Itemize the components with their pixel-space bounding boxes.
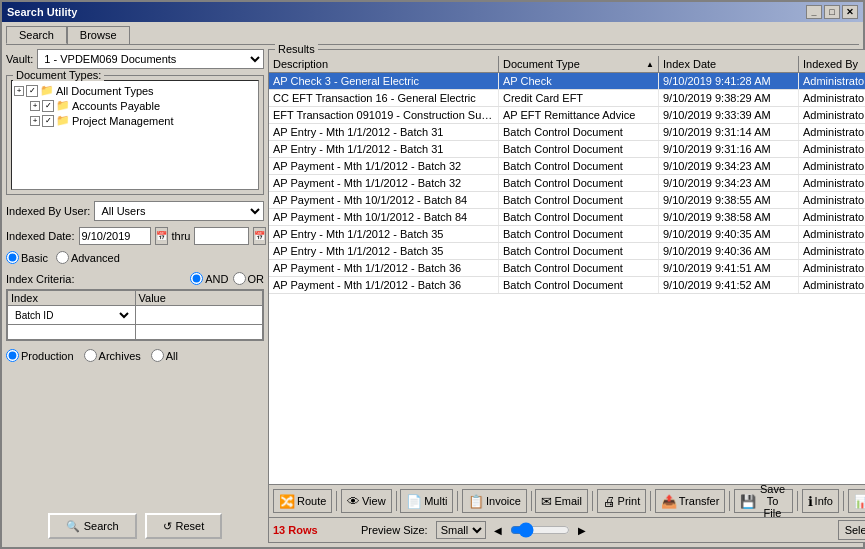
cell-date: 9/10/2019 9:38:29 AM: [659, 90, 799, 106]
invoice-button[interactable]: 📋Invoice: [462, 489, 527, 513]
col-header-date[interactable]: Index Date: [659, 56, 799, 72]
prod-radio-group: Production Archives All: [6, 349, 264, 362]
print-label: Print: [618, 495, 641, 507]
vault-select[interactable]: 1 - VPDEM069 Documents: [37, 49, 264, 69]
preview-size-label: Preview Size:: [361, 524, 428, 536]
indexed-by-row: Indexed By User: All Users: [6, 201, 264, 221]
preview-size-select[interactable]: Small: [436, 521, 486, 539]
view-button[interactable]: 👁View: [341, 489, 392, 513]
multi-icon: 📄: [406, 494, 422, 509]
tree-item-ap[interactable]: + 📁 Accounts Payable: [14, 98, 256, 113]
info-button[interactable]: ℹInfo: [802, 489, 839, 513]
indexed-date-input[interactable]: [79, 227, 151, 245]
criteria-index-cell[interactable]: Batch ID: [8, 306, 136, 325]
report-button[interactable]: 📊Report: [848, 489, 865, 513]
search-button[interactable]: 🔍 Search: [48, 513, 137, 539]
transfer-label: Transfer: [679, 495, 720, 507]
expand-pm-btn[interactable]: +: [30, 116, 40, 126]
col-header-by[interactable]: Indexed By: [799, 56, 865, 72]
criteria-value-input[interactable]: [139, 309, 260, 321]
table-row[interactable]: AP Entry - Mth 1/1/2012 - Batch 31 Batch…: [269, 141, 865, 158]
criteria-empty-value: [135, 325, 263, 340]
table-row[interactable]: AP Check 3 - General Electric AP Check 9…: [269, 73, 865, 90]
or-radio[interactable]: [233, 272, 246, 285]
transfer-icon: 📤: [661, 494, 677, 509]
all-radio-label[interactable]: All: [151, 349, 178, 362]
checkbox-pm[interactable]: [42, 115, 54, 127]
cell-desc: AP Payment - Mth 1/1/2012 - Batch 36: [269, 277, 499, 293]
cell-by: Administrator .pVault: [799, 260, 865, 276]
multi-button[interactable]: 📄Multi: [400, 489, 453, 513]
results-area: Results Description Document Type ▲ Inde…: [268, 49, 865, 543]
checkbox-all[interactable]: [26, 85, 38, 97]
table-row[interactable]: AP Payment - Mth 1/1/2012 - Batch 36 Bat…: [269, 260, 865, 277]
indexed-by-select[interactable]: All Users: [94, 201, 264, 221]
cell-by: Administrator .pVault: [799, 73, 865, 89]
status-bar: 13 Rows Preview Size: Small ◀ ▶ Select A…: [269, 517, 865, 542]
tree-area[interactable]: + 📁 All Document Types + 📁 Accounts Paya…: [11, 80, 259, 190]
expand-all-btn[interactable]: +: [14, 86, 24, 96]
and-radio-label[interactable]: AND: [190, 272, 228, 285]
tab-search[interactable]: Search: [6, 26, 67, 44]
table-row[interactable]: AP Payment - Mth 1/1/2012 - Batch 32 Bat…: [269, 175, 865, 192]
rows-count: 13 Rows: [273, 524, 353, 536]
archives-radio-label[interactable]: Archives: [84, 349, 141, 362]
advanced-radio-label[interactable]: Advanced: [56, 251, 120, 264]
window-title: Search Utility: [7, 6, 77, 18]
checkbox-ap[interactable]: [42, 100, 54, 112]
table-row[interactable]: AP Payment - Mth 10/1/2012 - Batch 84 Ba…: [269, 192, 865, 209]
table-row[interactable]: AP Payment - Mth 10/1/2012 - Batch 84 Ba…: [269, 209, 865, 226]
calendar-thru-btn[interactable]: 📅: [253, 227, 266, 245]
all-radio[interactable]: [151, 349, 164, 362]
production-label: Production: [21, 350, 74, 362]
advanced-radio[interactable]: [56, 251, 69, 264]
and-label: AND: [205, 273, 228, 285]
table-row[interactable]: AP Entry - Mth 1/1/2012 - Batch 31 Batch…: [269, 124, 865, 141]
tab-browse[interactable]: Browse: [67, 26, 130, 44]
select-all-btn[interactable]: Select All: [838, 520, 865, 540]
size-slider[interactable]: [510, 522, 570, 538]
expand-ap-btn[interactable]: +: [30, 101, 40, 111]
criteria-value-cell[interactable]: [135, 306, 263, 325]
criteria-index-select[interactable]: Batch ID: [11, 307, 132, 323]
cell-date: 9/10/2019 9:40:35 AM: [659, 226, 799, 242]
criteria-row[interactable]: Batch ID: [8, 306, 263, 325]
and-radio[interactable]: [190, 272, 203, 285]
slider-right-icon: ▶: [578, 525, 586, 536]
col-header-desc[interactable]: Description: [269, 56, 499, 72]
table-row[interactable]: AP Entry - Mth 1/1/2012 - Batch 35 Batch…: [269, 226, 865, 243]
cell-date: 9/10/2019 9:41:52 AM: [659, 277, 799, 293]
table-row[interactable]: AP Entry - Mth 1/1/2012 - Batch 35 Batch…: [269, 243, 865, 260]
cell-by: Administrator .pVault: [799, 90, 865, 106]
maximize-btn[interactable]: □: [824, 5, 840, 19]
email-button[interactable]: ✉Email: [535, 489, 588, 513]
results-body[interactable]: AP Check 3 - General Electric AP Check 9…: [269, 73, 865, 484]
tree-item-pm[interactable]: + 📁 Project Management: [14, 113, 256, 128]
calendar-btn[interactable]: 📅: [155, 227, 168, 245]
status-right: Select All Unselect All: [838, 520, 865, 540]
minimize-btn[interactable]: _: [806, 5, 822, 19]
production-radio[interactable]: [6, 349, 19, 362]
table-row[interactable]: CC EFT Transaction 16 - General Electric…: [269, 90, 865, 107]
criteria-table[interactable]: Index Value Batch ID: [6, 289, 264, 341]
print-button[interactable]: 🖨Print: [597, 489, 647, 513]
or-radio-label[interactable]: OR: [233, 272, 265, 285]
transfer-button[interactable]: 📤Transfer: [655, 489, 726, 513]
table-row[interactable]: AP Payment - Mth 1/1/2012 - Batch 36 Bat…: [269, 277, 865, 294]
cell-desc: CC EFT Transaction 16 - General Electric: [269, 90, 499, 106]
save-to-file-button[interactable]: 💾Save To File: [734, 489, 793, 513]
close-window-btn[interactable]: ✕: [842, 5, 858, 19]
table-row[interactable]: AP Payment - Mth 1/1/2012 - Batch 32 Bat…: [269, 158, 865, 175]
view-icon: 👁: [347, 494, 360, 509]
table-row[interactable]: EFT Transaction 091019 - Construction Su…: [269, 107, 865, 124]
cell-type: Batch Control Document: [499, 277, 659, 293]
basic-radio[interactable]: [6, 251, 19, 264]
prod-radio-label[interactable]: Production: [6, 349, 74, 362]
route-button[interactable]: 🔀Route: [273, 489, 332, 513]
reset-button[interactable]: ↺ Reset: [145, 513, 223, 539]
archives-radio[interactable]: [84, 349, 97, 362]
basic-radio-label[interactable]: Basic: [6, 251, 48, 264]
indexed-date-thru-input[interactable]: [194, 227, 249, 245]
col-header-type[interactable]: Document Type ▲: [499, 56, 659, 72]
tree-item-all[interactable]: + 📁 All Document Types: [14, 83, 256, 98]
